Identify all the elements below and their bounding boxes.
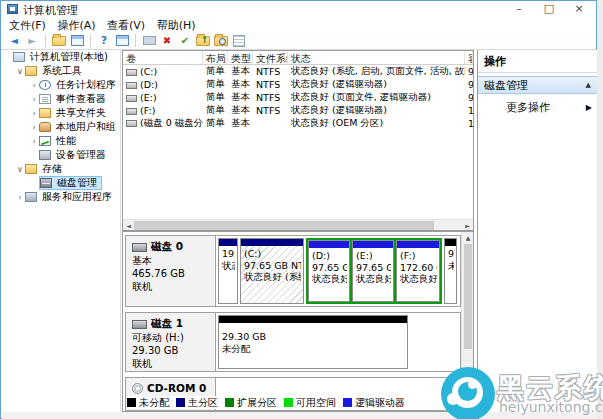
explore-folder-icon[interactable]: [213, 33, 229, 48]
tree-item-event-viewer[interactable]: › 事件查看器: [1, 92, 120, 106]
console-window-icon[interactable]: [114, 33, 130, 48]
partition-oem[interactable]: 195 MB 状态良好: [218, 238, 238, 304]
tree-item-system-tools[interactable]: ∨ 系统工具: [1, 64, 120, 78]
volume-icon: [126, 120, 137, 127]
scrollbar-thumb[interactable]: [134, 221, 434, 230]
menu-help[interactable]: 帮助(H): [157, 18, 196, 33]
help-icon[interactable]: ?: [96, 33, 112, 48]
column-layout[interactable]: 布局: [203, 51, 228, 64]
volume-row-e[interactable]: (E:) 简单 基本 NTFS 状态良好 (页面文件, 逻辑驱动器) 9: [123, 91, 473, 104]
menu-action[interactable]: 操作(A): [57, 18, 95, 33]
computer-management-screenshot: 计算机管理 – □ × 文件(F) 操作(A) 查看(V) 帮助(H) ◄ ► …: [0, 0, 603, 419]
expander[interactable]: ›: [15, 193, 25, 202]
menu-bar: 文件(F) 操作(A) 查看(V) 帮助(H): [1, 17, 596, 32]
scrollbar-thumb[interactable]: [464, 244, 472, 349]
expander[interactable]: ›: [29, 81, 39, 90]
tree-item-task-scheduler[interactable]: › 任务计划程序: [1, 78, 120, 92]
column-status[interactable]: 状态: [288, 51, 465, 64]
disk-graphical-pane: 磁盘 0 基本 465.76 GB 联机 195 MB 状态良好: [122, 231, 474, 412]
volume-list-header: 卷 布局 类型 文件系统 状态 容: [123, 51, 473, 65]
system-tools-icon: [25, 66, 37, 76]
close-button[interactable]: ×: [564, 1, 594, 17]
back-icon[interactable]: ◄: [6, 33, 22, 48]
toolbar: ◄ ► ? ✖ ✔: [1, 32, 596, 50]
delete-volume-icon[interactable]: ✖: [159, 33, 175, 48]
scroll-left-icon[interactable]: ◄: [123, 220, 134, 231]
disk-0-info[interactable]: 磁盘 0 基本 465.76 GB 联机: [126, 236, 216, 306]
services-icon: [25, 192, 37, 202]
column-type[interactable]: 类型: [228, 51, 253, 64]
horizontal-scrollbar[interactable]: ◄ ►: [123, 219, 473, 230]
selected-tree-item[interactable]: 磁盘管理: [39, 176, 102, 190]
expander[interactable]: ∨: [15, 67, 25, 76]
title-bar: 计算机管理 – □ ×: [1, 1, 596, 17]
check-properties-icon[interactable]: ✔: [177, 33, 193, 48]
column-volume[interactable]: 卷: [123, 51, 203, 64]
disk-1-info[interactable]: 磁盘 1 可移动 (H:) 29.30 GB 联机: [126, 313, 216, 371]
scroll-right-icon[interactable]: ►: [462, 220, 473, 231]
computer-icon: [13, 52, 25, 62]
expander[interactable]: ›: [29, 109, 39, 118]
expander[interactable]: ›: [29, 95, 39, 104]
tree-item-disk-management[interactable]: 磁盘管理: [1, 176, 120, 190]
scroll-up-icon[interactable]: ▲: [462, 232, 474, 243]
maximize-button[interactable]: □: [534, 1, 564, 17]
tree-item-shared-folders[interactable]: › 共享文件夹: [1, 106, 120, 120]
legend-logical: 逻辑驱动器: [343, 396, 405, 410]
logical-drive-bar: [397, 241, 439, 248]
logical-swatch: [343, 398, 352, 407]
disk-1-partitions: 29.30 GB 未分配: [216, 313, 460, 371]
console-icon[interactable]: [141, 33, 157, 48]
app-icon: [7, 4, 18, 14]
actions-group-disk-management[interactable]: 磁盘管理 ▲: [478, 76, 597, 94]
column-filesystem[interactable]: 文件系统: [253, 51, 288, 64]
minimize-button[interactable]: –: [504, 1, 534, 17]
collapse-icon[interactable]: ▲: [586, 81, 591, 89]
volume-icon: [126, 95, 137, 102]
menu-view[interactable]: 查看(V): [107, 18, 145, 33]
volume-row-oem[interactable]: (磁盘 0 磁盘分区 1) 简单 基本 状态良好 (OEM 分区) 1: [123, 117, 473, 130]
partition-f[interactable]: (F:) 172.60 GB NTFS 状态良好 (逻辑: [396, 240, 440, 302]
expander[interactable]: ›: [29, 123, 39, 132]
task-scheduler-icon: [39, 80, 51, 90]
menu-file[interactable]: 文件(F): [9, 18, 46, 33]
tree-item-services-apps[interactable]: › 服务和应用程序: [1, 190, 120, 204]
partition-c[interactable]: (C:) 97.65 GB NTFS 状态良好 (系统: [240, 238, 304, 304]
volume-list-pane: 卷 布局 类型 文件系统 状态 容 (C:) 简单 基本 NTFS 状态良好 (…: [122, 50, 474, 231]
open-folder-icon[interactable]: [51, 33, 67, 48]
disk-icon: [132, 243, 147, 252]
disk-1-row: 磁盘 1 可移动 (H:) 29.30 GB 联机 29.30 GB 未分配: [125, 312, 461, 372]
primary-partition-bar: [219, 239, 237, 246]
extended-swatch: [225, 398, 234, 407]
desktop-edge-strip: [597, 0, 603, 419]
volume-row-f[interactable]: (F:) 简单 基本 NTFS 状态良好 (逻辑驱动器) 1: [123, 104, 473, 117]
properties-icon[interactable]: [231, 33, 247, 48]
tree-item-performance[interactable]: › 性能: [1, 134, 120, 148]
actions-pane: 操作 磁盘管理 ▲ 更多操作 ▶: [477, 50, 597, 412]
column-capacity[interactable]: 容: [465, 51, 473, 64]
tree-item-local-users[interactable]: › 本地用户和组: [1, 120, 120, 134]
more-actions-item[interactable]: 更多操作 ▶: [478, 98, 597, 116]
forward-icon[interactable]: ►: [24, 33, 40, 48]
legend-primary: 主分区: [176, 396, 218, 410]
volume-row-c[interactable]: (C:) 简单 基本 NTFS 状态良好 (系统, 启动, 页面文件, 活动, …: [123, 65, 473, 78]
partition-unallocated-disk1[interactable]: 29.30 GB 未分配: [218, 315, 408, 369]
volume-row-d[interactable]: (D:) 简单 基本 NTFS 状态良好 (逻辑驱动器) 9: [123, 78, 473, 91]
expander[interactable]: ›: [29, 137, 39, 146]
tree-item-storage[interactable]: ∨ 存储: [1, 162, 120, 176]
expander[interactable]: ∨: [15, 165, 25, 174]
vertical-scrollbar[interactable]: ▲: [461, 232, 473, 411]
partition-e[interactable]: (E:) 97.65 GB NTFS 状态良好 (页面: [352, 240, 394, 302]
tree-item-device-manager[interactable]: 设备管理器: [1, 148, 120, 162]
mount-folder-icon[interactable]: [195, 33, 211, 48]
status-bar: [2, 412, 597, 419]
submenu-arrow-icon: ▶: [586, 103, 592, 112]
show-window-icon[interactable]: [69, 33, 85, 48]
console-tree: 计算机管理(本地) ∨ 系统工具 › 任务计划程序 › 事件查看器 › 共享文件…: [1, 50, 121, 412]
computer-management-window: 计算机管理 – □ × 文件(F) 操作(A) 查看(V) 帮助(H) ◄ ► …: [0, 0, 597, 419]
tree-item-computer-management[interactable]: 计算机管理(本地): [1, 50, 120, 64]
partition-d[interactable]: (D:) 97.65 GB NTFS 状态良好 (逻辑: [308, 240, 350, 302]
unallocated-swatch: [127, 398, 136, 407]
legend-unallocated: 未分配: [127, 396, 169, 410]
partition-unallocated-small[interactable]: 9 未分配: [444, 238, 457, 304]
